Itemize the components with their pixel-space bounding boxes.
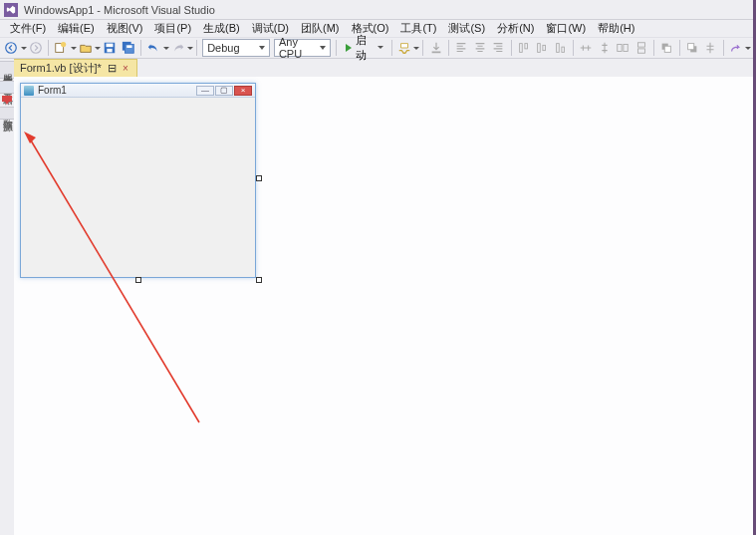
svg-rect-11	[519, 44, 522, 53]
resize-handle-corner[interactable]	[256, 277, 262, 283]
menu-team[interactable]: 团队(M)	[295, 21, 346, 36]
svg-rect-13	[538, 44, 541, 53]
menu-file[interactable]: 文件(F)	[4, 21, 52, 36]
toolbar: Debug Any CPU 启动	[0, 37, 753, 59]
form-client-area[interactable]	[21, 98, 255, 277]
title-bar: WindowsApp1 - Microsoft Visual Studio	[0, 0, 753, 20]
start-debug-button[interactable]: 启动	[342, 39, 386, 57]
tab-order-button[interactable]	[728, 39, 745, 57]
solution-platform-dropdown[interactable]: Any CPU	[274, 39, 331, 57]
menu-test[interactable]: 测试(S)	[442, 21, 491, 36]
document-tab-strip: Form1.vb [设计]* ⊟ ×	[14, 59, 753, 77]
step-out-button[interactable]	[427, 39, 444, 57]
start-debug-label: 启动	[356, 33, 375, 63]
vs-logo-icon	[4, 3, 18, 17]
nav-forward-button[interactable]	[28, 39, 45, 57]
svg-rect-15	[556, 44, 559, 53]
nav-back-button[interactable]	[3, 39, 20, 57]
menu-build[interactable]: 生成(B)	[197, 21, 246, 36]
save-button[interactable]	[102, 39, 119, 57]
redo-button[interactable]	[170, 39, 187, 57]
new-project-button[interactable]	[53, 39, 70, 57]
menu-view[interactable]: 视图(V)	[101, 21, 149, 36]
vspace-equal-button[interactable]	[597, 39, 614, 57]
svg-rect-22	[665, 46, 671, 52]
send-back-button[interactable]	[684, 39, 701, 57]
align-top-button[interactable]	[515, 39, 532, 57]
tab-close-icon[interactable]: ×	[121, 64, 130, 74]
align-left-button[interactable]	[453, 39, 470, 57]
menu-bar: 文件(F) 编辑(E) 视图(V) 项目(P) 生成(B) 调试(D) 团队(M…	[0, 20, 753, 37]
play-icon	[346, 44, 352, 52]
designed-form[interactable]: Form1 — ▢ ×	[20, 83, 256, 278]
svg-rect-20	[637, 49, 644, 53]
new-project-dropdown[interactable]	[71, 47, 77, 50]
svg-rect-16	[562, 47, 565, 52]
same-width-button[interactable]	[615, 39, 631, 57]
open-file-dropdown[interactable]	[95, 47, 101, 50]
center-horiz-button[interactable]	[702, 39, 719, 57]
form-icon	[24, 86, 34, 96]
menu-help[interactable]: 帮助(H)	[592, 21, 640, 36]
save-all-button[interactable]	[121, 39, 137, 57]
menu-analyze[interactable]: 分析(N)	[491, 21, 540, 36]
same-height-button[interactable]	[633, 39, 650, 57]
svg-point-0	[6, 43, 17, 54]
svg-rect-9	[126, 45, 131, 48]
svg-rect-5	[107, 44, 114, 48]
svg-point-1	[31, 43, 42, 54]
window-title: WindowsApp1 - Microsoft Visual Studio	[24, 4, 215, 16]
svg-point-3	[61, 42, 66, 47]
undo-dropdown[interactable]	[163, 47, 169, 50]
svg-rect-18	[624, 45, 628, 52]
menu-window[interactable]: 窗口(W)	[540, 21, 592, 36]
server-explorer-tab[interactable]: 服务器资源管理器	[0, 61, 15, 79]
form-maximize-button[interactable]: ▢	[215, 86, 233, 96]
svg-rect-24	[687, 44, 693, 50]
align-middle-button[interactable]	[534, 39, 551, 57]
form-designer-surface[interactable]: Form1 — ▢ ×	[14, 77, 753, 535]
form-title-bar: Form1 — ▢ ×	[21, 84, 255, 98]
svg-rect-19	[637, 43, 644, 47]
form-minimize-button[interactable]: —	[196, 86, 214, 96]
menu-edit[interactable]: 编辑(E)	[52, 21, 101, 36]
solution-config-dropdown[interactable]: Debug	[202, 39, 270, 57]
document-tab-form1[interactable]: Form1.vb [设计]* ⊟ ×	[14, 59, 137, 77]
find-dropdown[interactable]	[413, 47, 419, 50]
bring-front-button[interactable]	[658, 39, 675, 57]
align-bottom-button[interactable]	[553, 39, 570, 57]
redo-dropdown[interactable]	[187, 47, 193, 50]
menu-tools[interactable]: 工具(T)	[394, 21, 442, 36]
toolbox-tab[interactable]: 工具箱	[0, 81, 15, 94]
svg-rect-14	[543, 45, 546, 50]
left-sidebar: 服务器资源管理器 工具箱 数据源	[0, 59, 14, 535]
menu-project[interactable]: 项目(P)	[148, 21, 197, 36]
toolbox-pin-icon	[2, 96, 12, 106]
menu-debug[interactable]: 调试(D)	[246, 21, 295, 36]
hspace-equal-button[interactable]	[578, 39, 595, 57]
find-button[interactable]	[396, 39, 413, 57]
svg-rect-6	[108, 49, 113, 53]
svg-rect-10	[431, 52, 440, 54]
svg-rect-12	[525, 44, 528, 49]
undo-button[interactable]	[145, 39, 162, 57]
form-close-button[interactable]: ×	[234, 86, 252, 96]
form-title-text: Form1	[38, 85, 67, 96]
svg-rect-17	[618, 45, 622, 52]
tab-pin-icon[interactable]: ⊟	[108, 64, 117, 73]
tab-order-dropdown[interactable]	[745, 47, 751, 50]
align-right-button[interactable]	[490, 39, 507, 57]
align-center-button[interactable]	[471, 39, 488, 57]
document-tab-label: Form1.vb [设计]*	[20, 61, 102, 76]
open-file-button[interactable]	[78, 39, 95, 57]
data-source-tab[interactable]: 数据源	[0, 107, 15, 120]
nav-back-dropdown[interactable]	[21, 47, 27, 50]
resize-handle-bottom[interactable]	[135, 277, 141, 283]
resize-handle-right[interactable]	[256, 175, 262, 181]
